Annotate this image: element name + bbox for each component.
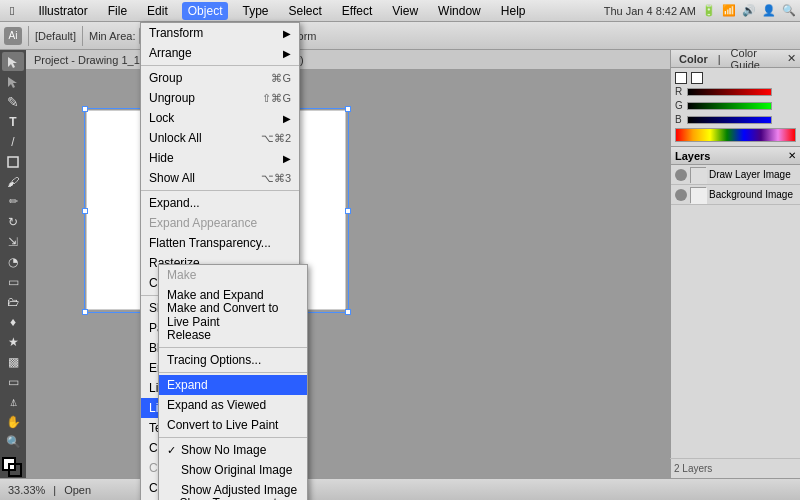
b-slider-row: B (675, 114, 796, 125)
fill-indicator-row (675, 72, 796, 84)
rotate-tool[interactable]: ↻ (2, 212, 24, 231)
layer-item-2[interactable]: Background Image (671, 185, 800, 205)
rect-tool[interactable] (2, 152, 24, 171)
menu-transform[interactable]: Transform ▶ (141, 23, 299, 43)
menu-unlock-all[interactable]: Unlock All ⌥⌘2 (141, 128, 299, 148)
layer-item-1[interactable]: Draw Layer Image (671, 165, 800, 185)
clock: Thu Jan 4 8:42 AM (604, 5, 696, 17)
menu-help[interactable]: Help (495, 2, 532, 20)
fill-box[interactable] (675, 72, 687, 84)
toolbar-style-label: [Default] (35, 30, 76, 42)
document-tab[interactable]: Project - Drawing 1_140.psd @ 33.33% (RG… (26, 50, 670, 70)
livetrace-convert-live-paint[interactable]: Convert to Live Paint (159, 415, 307, 435)
b-label: B (675, 114, 685, 125)
column-graph-tool[interactable]: ▩ (2, 353, 24, 372)
direct-selection-tool[interactable] (2, 72, 24, 91)
layers-close[interactable]: ✕ (788, 150, 796, 161)
menu-file[interactable]: File (102, 2, 133, 20)
right-panel: Color | Color Guide ✕ R G B (670, 50, 800, 478)
g-slider-row: G (675, 100, 796, 111)
apple-menu[interactable]:  (4, 2, 20, 20)
menu-lock[interactable]: Lock ▶ (141, 108, 299, 128)
menu-select[interactable]: Select (282, 2, 327, 20)
stroke-swatch[interactable] (8, 463, 22, 477)
menu-group[interactable]: Group ⌘G (141, 68, 299, 88)
symbol-tool[interactable]: ★ (2, 333, 24, 352)
color-tab[interactable]: Color (675, 53, 712, 65)
livetrace-divider-2 (159, 372, 307, 373)
hand-tool[interactable]: ✋ (2, 413, 24, 432)
color-spectrum[interactable] (675, 128, 796, 142)
menu-bar-right: Thu Jan 4 8:42 AM 🔋 📶 🔊 👤 🔍 (604, 4, 796, 17)
eyedropper-tool[interactable]: 🗁 (2, 293, 24, 312)
menu-show-all[interactable]: Show All ⌥⌘3 (141, 168, 299, 188)
layer-name-2: Background Image (709, 189, 793, 200)
livetrace-expand[interactable]: Expand (159, 375, 307, 395)
scale-tool[interactable]: ⇲ (2, 232, 24, 251)
stroke-box[interactable] (691, 72, 703, 84)
artboard-tool[interactable]: ▭ (2, 373, 24, 392)
menu-expand-appearance[interactable]: Expand Appearance (141, 213, 299, 233)
type-tool[interactable]: T (2, 112, 24, 131)
pencil-tool[interactable]: ✏ (2, 192, 24, 211)
slice-tool[interactable]: ⍋ (2, 393, 24, 412)
livetrace-make[interactable]: Make (159, 265, 307, 285)
zoom-level: 33.33% (8, 484, 45, 496)
open-status: Open (64, 484, 91, 496)
submenu-arrow-3: ▶ (283, 113, 291, 124)
g-slider[interactable] (687, 102, 772, 110)
livetrace-release[interactable]: Release (159, 325, 307, 345)
r-label: R (675, 86, 685, 97)
livetrace-expand-as-viewed[interactable]: Expand as Viewed (159, 395, 307, 415)
zoom-tool[interactable]: 🔍 (2, 433, 24, 452)
canvas-area[interactable]: Project - Drawing 1_140.psd @ 33.33% (RG… (26, 50, 670, 478)
livetrace-show-no-image[interactable]: ✓Show No Image (159, 440, 307, 460)
menu-window[interactable]: Window (432, 2, 487, 20)
battery-icon: 🔋 (702, 4, 716, 17)
warp-tool[interactable]: ◔ (2, 252, 24, 271)
menu-arrange[interactable]: Arrange ▶ (141, 43, 299, 63)
panel-close[interactable]: ✕ (787, 52, 796, 65)
toolbar-separator-1 (28, 26, 29, 46)
layers-title: Layers (675, 150, 710, 162)
color-guide-tab[interactable]: Color Guide (727, 47, 783, 71)
menu-object[interactable]: Object (182, 2, 229, 20)
livetrace-submenu[interactable]: Make Make and Expand Make and Convert to… (158, 264, 308, 500)
r-slider-row: R (675, 86, 796, 97)
layer-count: 2 Layers (670, 458, 800, 478)
menu-view[interactable]: View (386, 2, 424, 20)
gradient-tool[interactable]: ▭ (2, 273, 24, 292)
canvas-content[interactable] (26, 70, 670, 478)
svg-marker-0 (8, 57, 17, 68)
paintbrush-tool[interactable]: 🖌 (2, 172, 24, 191)
menu-effect[interactable]: Effect (336, 2, 378, 20)
line-tool[interactable]: / (2, 132, 24, 151)
layer-thumb-1 (690, 167, 706, 183)
wifi-icon: 📶 (722, 4, 736, 17)
layer-eye-2[interactable] (675, 189, 687, 201)
menu-flatten[interactable]: Flatten Transparency... (141, 233, 299, 253)
menu-illustrator[interactable]: Illustrator (32, 2, 93, 20)
divider-1 (141, 65, 299, 66)
livetrace-make-convert[interactable]: Make and Convert to Live Paint (159, 305, 307, 325)
submenu-arrow: ▶ (283, 28, 291, 39)
selection-tool[interactable] (2, 52, 24, 71)
layers-header: Layers ✕ (671, 147, 800, 165)
blend-tool[interactable]: ♦ (2, 313, 24, 332)
b-slider[interactable] (687, 116, 772, 124)
menu-type[interactable]: Type (236, 2, 274, 20)
check-no-image: ✓ (167, 444, 181, 457)
layer-eye-1[interactable] (675, 169, 687, 181)
livetrace-show-original[interactable]: Show Original Image (159, 460, 307, 480)
divider-2 (141, 190, 299, 191)
menu-ungroup[interactable]: Ungroup ⇧⌘G (141, 88, 299, 108)
color-panel: R G B (671, 68, 800, 146)
r-slider[interactable] (687, 88, 772, 96)
svg-rect-2 (8, 157, 18, 167)
pen-tool[interactable]: ✎ (2, 92, 24, 111)
menu-edit[interactable]: Edit (141, 2, 174, 20)
menu-hide[interactable]: Hide ▶ (141, 148, 299, 168)
menu-expand[interactable]: Expand... (141, 193, 299, 213)
layers-panel: Layers ✕ Draw Layer Image Background Ima… (671, 146, 800, 478)
livetrace-tracing-options[interactable]: Tracing Options... (159, 350, 307, 370)
